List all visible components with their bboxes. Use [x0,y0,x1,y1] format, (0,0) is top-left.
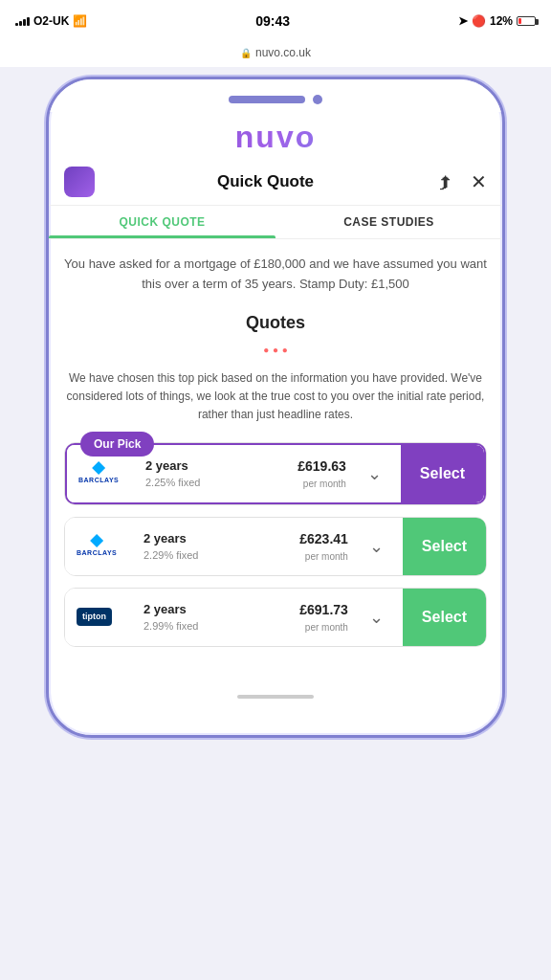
volume-down-button [46,242,49,280]
quote-per-month-2: per month [299,549,348,564]
quote-card-3: tipton 2 years 2.99% fixed £691.73 per m… [64,588,487,647]
phone-notch [49,79,502,112]
lock-icon: 🔒 [240,48,252,58]
barclays-eagle-icon [92,461,105,475]
signal-bar-3 [23,19,26,26]
app-header: Quick Quote ⮭︎ ✕ [49,159,502,206]
bank-logo-2: BARCLAYS [77,534,134,559]
quote-amount-2: £623.41 per month [299,529,348,564]
status-left: O2-UK 📶 [15,14,87,28]
close-button[interactable]: ✕ [471,170,487,193]
tab-quick-quote[interactable]: QUICK QUOTE [49,206,276,238]
quote-per-month-3: per month [299,620,348,635]
power-button [502,213,505,271]
tab-case-studies[interactable]: CASE STUDIES [276,206,502,238]
quote-amount-3: £691.73 per month [299,600,348,635]
notch-pill [229,96,305,103]
dot-3: ● [282,345,288,355]
signal-bar-4 [27,17,30,26]
dot-1: ● [263,345,269,355]
signal-bar-1 [15,23,18,26]
quotes-dots: ● ● ● [64,340,487,359]
quote-amount-1: £619.63 per month [298,457,346,491]
signal-bar-2 [19,21,22,26]
bank-logo-3: tipton [77,608,134,627]
location-icon: ➤ [458,14,468,28]
quote-details-1: 2 years 2.25% fixed [145,457,288,491]
quote-term-2: 2 years [143,529,290,548]
barclays-logo-1: BARCLAYS [78,461,119,486]
dot-2: ● [273,345,278,355]
quote-details-2: 2 years 2.29% fixed [143,529,290,564]
battery-percent: 12% [490,14,513,28]
chevron-button-2[interactable]: ⌄ [362,536,391,557]
quote-term-3: 2 years [143,600,290,619]
quote-card-2: BARCLAYS 2 years 2.29% fixed £623.41 per… [64,517,487,576]
share-button[interactable]: ⮭︎ [436,171,455,193]
url-bar: 🔒 nuvo.co.uk [0,42,551,67]
quote-term-1: 2 years [145,457,288,476]
url-text: nuvo.co.uk [255,46,311,59]
quote-per-month-1: per month [298,477,346,491]
quote-rate-1: 2.25% fixed [145,475,288,491]
select-button-2[interactable]: Select [403,518,486,575]
content-area: You have asked for a mortgage of £180,00… [49,239,502,674]
select-button-3[interactable]: Select [403,589,486,646]
quote-card-inner-2: BARCLAYS 2 years 2.29% fixed £623.41 per… [65,518,486,575]
barclays-eagle-icon-2 [90,534,103,547]
chevron-button-3[interactable]: ⌄ [362,607,391,628]
barclays-text-1: BARCLAYS [78,476,119,486]
notch-dot [313,95,322,104]
nuvo-logo: nuvo [49,120,502,155]
quote-price-3: £691.73 [299,600,348,620]
home-indicator[interactable] [237,695,314,699]
intro-text: You have asked for a mortgage of £180,00… [64,255,487,295]
bank-logo-1: BARCLAYS [78,461,136,486]
time-display: 09:43 [255,13,290,29]
quote-card-1: Our Pick BARCLAYS 2 years 2.25% fixed [64,442,487,505]
quote-details-3: 2 years 2.99% fixed [143,600,290,635]
select-button-1[interactable]: Select [401,445,484,502]
quote-rate-3: 2.99% fixed [143,618,290,635]
nuvo-logo-area: nuvo [49,112,502,159]
barclays-logo-2: BARCLAYS [77,534,117,559]
quote-info-3: tipton 2 years 2.99% fixed £691.73 per m… [65,589,403,646]
quotes-title: Quotes [64,310,487,336]
quote-price-1: £619.63 [298,457,346,477]
quote-price-2: £623.41 [299,529,348,549]
tipton-logo: tipton [77,608,112,627]
bluetooth-icon: 🔴 [472,14,486,28]
app-icon [64,167,95,197]
quote-card-inner-3: tipton 2 years 2.99% fixed £691.73 per m… [65,589,486,646]
app-header-title: Quick Quote [217,172,314,191]
phone-bottom-bar [49,674,502,706]
quote-rate-2: 2.29% fixed [143,547,290,564]
our-pick-badge: Our Pick [80,432,154,457]
header-actions: ⮭︎ ✕ [436,170,487,193]
status-bar: O2-UK 📶 09:43 ➤ 🔴 12% [0,0,551,42]
quotes-description: We have chosen this top pick based on th… [64,369,487,425]
quote-info-2: BARCLAYS 2 years 2.29% fixed £623.41 per… [65,518,403,575]
phone-frame: nuvo Quick Quote ⮭︎ ✕ QUICK QUOTE CASE S… [46,77,505,738]
status-right: ➤ 🔴 12% [458,14,536,28]
chevron-button-1[interactable]: ⌄ [360,463,389,484]
tabs-bar: QUICK QUOTE CASE STUDIES [49,206,502,239]
barclays-text-2: BARCLAYS [77,548,117,559]
phone-wrapper: nuvo Quick Quote ⮭︎ ✕ QUICK QUOTE CASE S… [0,67,551,980]
signal-bars [15,17,30,26]
carrier-label: O2-UK [33,14,69,28]
battery-icon [517,16,536,26]
wifi-icon: 📶 [73,14,87,28]
